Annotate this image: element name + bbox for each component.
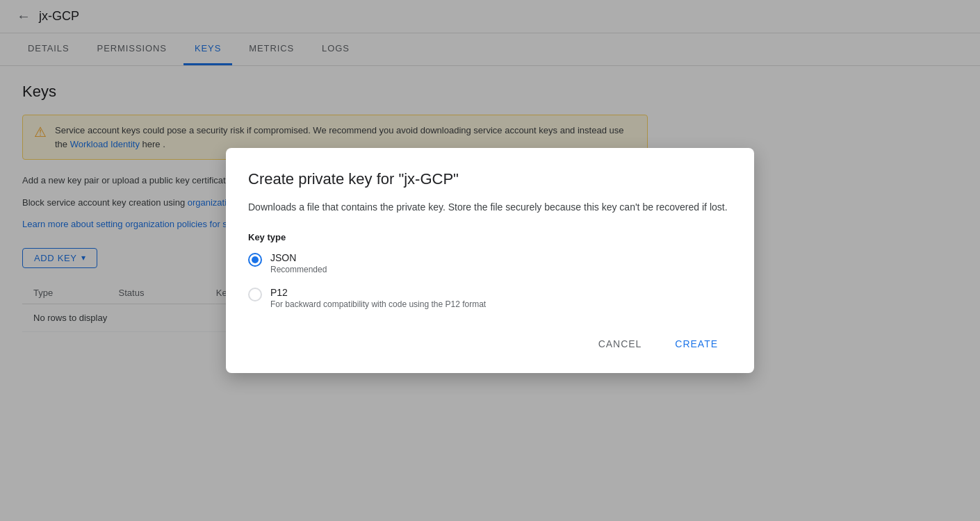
json-radio[interactable] xyxy=(248,253,262,267)
json-option[interactable]: JSON Recommended xyxy=(248,252,732,274)
json-hint: Recommended xyxy=(270,265,327,274)
p12-content: P12 For backward compatibility with code… xyxy=(270,287,486,309)
json-content: JSON Recommended xyxy=(270,252,327,274)
p12-option[interactable]: P12 For backward compatibility with code… xyxy=(248,287,732,309)
p12-label: P12 xyxy=(270,287,486,298)
cancel-button[interactable]: CANCEL xyxy=(585,331,656,356)
create-key-dialog: Create private key for "jx-GCP" Download… xyxy=(226,148,754,372)
p12-radio[interactable] xyxy=(248,288,262,301)
page-background: ← jx-GCP DETAILS PERMISSIONS KEYS METRIC… xyxy=(0,0,980,521)
key-type-label: Key type xyxy=(248,232,732,242)
json-label: JSON xyxy=(270,252,327,263)
dialog-actions: CANCEL CREATE xyxy=(248,331,732,356)
modal-overlay: Create private key for "jx-GCP" Download… xyxy=(0,0,980,521)
create-button[interactable]: CREATE xyxy=(661,331,732,356)
dialog-description: Downloads a file that contains the priva… xyxy=(248,199,732,215)
dialog-title: Create private key for "jx-GCP" xyxy=(248,170,732,188)
p12-hint: For backward compatibility with code usi… xyxy=(270,299,486,309)
